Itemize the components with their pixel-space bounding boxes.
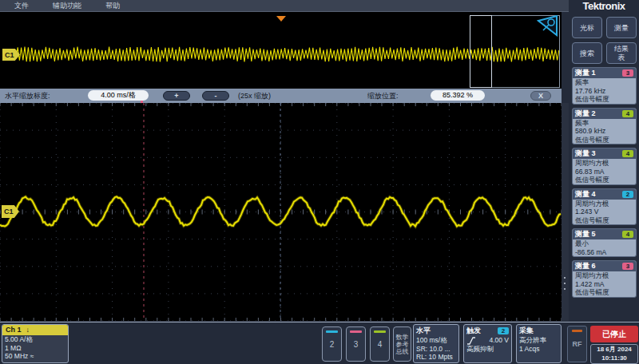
measurement-title: 测量 5 <box>575 229 596 239</box>
measurement-panel-3[interactable]: 测量 3 4 周期均方根 66.83 mA 低信号幅度 <box>572 148 637 185</box>
horizontal-settings-panel[interactable]: 水平 100 ms/格 SR: 10.0 ... RL: 10 Mpts <box>413 324 459 363</box>
rising-edge-icon <box>466 337 476 345</box>
measurement-warning: 低信号幅度 <box>573 216 636 225</box>
measurement-type: 周期均方根 <box>573 200 636 208</box>
measurement-value: 1.243 V <box>573 208 636 216</box>
source-badge: 3 <box>622 263 633 270</box>
measurement-title: 测量 1 <box>575 68 596 78</box>
results-table-button[interactable]: 结果表 <box>606 42 637 64</box>
measurement-panel-4[interactable]: 测量 4 2 周期均方根 1.243 V 低信号幅度 <box>572 188 637 226</box>
measurement-panel-1[interactable]: 测量 1 3 频率 17.76 kHz 低信号幅度 <box>572 67 637 105</box>
zoom-mode-icon[interactable] <box>537 15 558 37</box>
zoom-window-box[interactable] <box>470 15 492 88</box>
zoom-scale-label: 水平缩放标度: <box>5 89 50 103</box>
rf-label: RF <box>568 340 586 348</box>
zoom-toolbar: 水平缩放标度: 4.00 ms/格 + - (25x 缩放) 缩放位置: 85.… <box>0 89 562 103</box>
channel1-label: Ch 1 <box>6 325 22 335</box>
zoom-out-button[interactable]: - <box>202 91 229 101</box>
datetime-display: 18 6月 2024 10:11:30 <box>590 344 638 364</box>
drag-handle-icon <box>564 288 566 290</box>
oscilloscope-screen: 文件 辅助功能 帮助 C1 水平缩放标度: 4.00 ms/格 + - (25x… <box>0 0 639 364</box>
trigger-source-badge: 2 <box>498 327 509 334</box>
channel1-scale: 5.00 A/格 <box>2 335 68 344</box>
zoom-in-button[interactable]: + <box>163 91 190 101</box>
status-bar: Ch 1 ↓ 5.00 A/格 1 MΩ 50 MHz ≈ 2 3 4 数学 参… <box>0 322 639 364</box>
source-badge: 4 <box>622 150 633 157</box>
zoom-position-value[interactable]: 85.392 % <box>431 90 485 101</box>
measurement-panel-2[interactable]: 测量 2 4 频率 580.9 kHz 低信号幅度 <box>572 108 637 145</box>
drag-handle-icon <box>564 277 566 279</box>
channel3-button[interactable]: 3 <box>346 326 366 362</box>
horizontal-title: 水平 <box>416 326 431 336</box>
brand-logo: Tektronix <box>569 0 639 13</box>
measurement-value: -86.56 mA <box>573 248 636 257</box>
run-stop-status-button[interactable]: 已停止 <box>590 326 638 342</box>
measurement-type: 周期均方根 <box>573 271 636 280</box>
cursor-button[interactable]: 光标 <box>572 17 602 38</box>
measurement-type: 周期均方根 <box>573 159 636 168</box>
channel1-badge[interactable]: Ch 1 ↓ 5.00 A/格 1 MΩ 50 MHz ≈ <box>2 324 69 363</box>
measurement-type: 频率 <box>573 119 636 128</box>
acquisition-settings-panel[interactable]: 采集 高分辨率 1 Acqs <box>516 324 562 363</box>
measurement-warning: 低信号幅度 <box>573 136 636 144</box>
menu-bar: 文件 辅助功能 帮助 <box>0 0 569 12</box>
drag-handle-icon <box>564 283 566 284</box>
zoom-scale-value[interactable]: 4.00 ms/格 <box>88 90 149 101</box>
panel-divider[interactable] <box>562 103 569 321</box>
main-waveform-svg <box>0 103 562 321</box>
trigger-title: 触发 <box>466 326 481 336</box>
math-label: 数学 <box>396 334 409 341</box>
waveform-overview[interactable]: C1 <box>0 12 562 89</box>
measurement-title: 测量 4 <box>575 189 596 200</box>
record-length: RL: 10 Mpts <box>414 353 458 362</box>
sidebar-buttons: 光标 测量 搜索 结果表 <box>569 13 639 67</box>
acquisition-title: 采集 <box>519 326 534 336</box>
horizontal-scale: 100 ms/格 <box>414 336 458 345</box>
measurement-title: 测量 6 <box>575 261 596 271</box>
measurement-warning: 低信号幅度 <box>573 95 636 104</box>
acquisition-mode: 高分辨率 <box>517 336 561 345</box>
rf-button[interactable]: RF <box>567 326 587 362</box>
ref-label: 参考 <box>396 341 409 348</box>
trigger-level: 4.00 V <box>489 336 509 345</box>
measurement-value: 1.422 mA <box>573 280 636 289</box>
main-graticule[interactable]: C1 <box>0 103 562 321</box>
menu-utility[interactable]: 辅助功能 <box>53 1 81 11</box>
zoom-close-button[interactable]: X <box>530 91 551 101</box>
measurement-panel-6[interactable]: 测量 6 3 周期均方根 1.422 mA 低信号幅度 <box>572 260 637 298</box>
channel2-color-stripe-icon <box>326 330 338 333</box>
measurement-panel-5[interactable]: 测量 5 4 最小 -86.56 mA <box>572 228 637 257</box>
trigger-settings-panel[interactable]: 触发 2 4.00 V 高频抑制 <box>463 324 512 363</box>
bus-label: 总线 <box>396 348 409 355</box>
channel4-color-stripe-icon <box>374 330 386 333</box>
measurement-title: 测量 2 <box>575 109 596 119</box>
measurement-value: 580.9 kHz <box>573 127 636 136</box>
results-sidebar: Tektronix 光标 测量 搜索 结果表 测量 1 3 频率 17.76 k… <box>569 0 639 322</box>
acquisition-count: 1 Acqs <box>517 345 561 354</box>
channel3-color-stripe-icon <box>350 330 362 333</box>
menu-help[interactable]: 帮助 <box>105 1 120 11</box>
measurement-warning: 低信号幅度 <box>573 288 636 297</box>
zoom-factor-label: (25x 缩放) <box>238 89 271 103</box>
trigger-mode: 高频抑制 <box>464 345 511 354</box>
source-badge: 2 <box>622 191 633 198</box>
channel1-bandwidth: 50 MHz <box>5 352 28 360</box>
sample-rate: SR: 10.0 ... <box>414 345 458 354</box>
math-ref-bus-button[interactable]: 数学 参考 总线 <box>393 326 411 362</box>
channel-menu-arrow-icon: ↓ <box>26 325 30 335</box>
channel3-number: 3 <box>347 340 365 349</box>
source-badge: 3 <box>622 69 633 77</box>
measurement-value: 66.83 mA <box>573 168 636 176</box>
measure-button[interactable]: 测量 <box>606 17 637 38</box>
trigger-position-icon[interactable] <box>276 16 286 22</box>
menu-file[interactable]: 文件 <box>14 1 29 11</box>
channel1-impedance: 1 MΩ <box>2 344 68 353</box>
channel4-button[interactable]: 4 <box>370 326 390 362</box>
channel2-button[interactable]: 2 <box>322 326 342 362</box>
measurement-type: 最小 <box>573 239 636 248</box>
search-button[interactable]: 搜索 <box>572 42 602 64</box>
rf-color-stripe-icon <box>572 330 582 332</box>
time-text: 10:11:30 <box>591 354 637 362</box>
bandwidth-limit-icon: ≈ <box>30 352 34 360</box>
channel2-number: 2 <box>323 340 341 349</box>
